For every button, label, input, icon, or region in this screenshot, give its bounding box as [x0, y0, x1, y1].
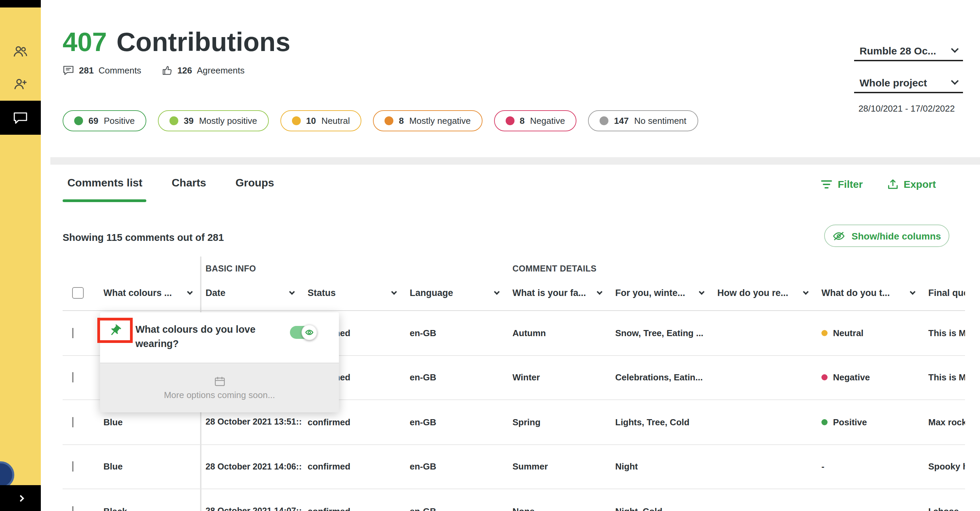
chevron-right-icon	[17, 495, 24, 501]
sentiment-value: Negative	[833, 373, 870, 383]
pin-column-button[interactable]	[108, 323, 122, 337]
sentiment-dot-icon	[821, 330, 827, 336]
pill-no-sentiment[interactable]: 147 No sentiment	[588, 110, 698, 131]
toggle-knob	[301, 325, 317, 340]
cell-final: Spooky h	[928, 462, 965, 472]
column-label: For you, winte...	[615, 288, 685, 298]
header-stats: 281 Comments 126 Agreements	[63, 65, 245, 75]
row-checkbox[interactable]	[72, 462, 73, 472]
cell-date: 28 October 2021 14:06::	[205, 462, 308, 471]
column-header-question[interactable]: What colours ...	[103, 288, 205, 298]
cell-language: en-GB	[410, 462, 512, 472]
pill-positive[interactable]: 69 Positive	[63, 110, 146, 131]
group-comment-details: COMMENT DETAILS	[512, 264, 597, 274]
cell-language: en-GB	[410, 417, 512, 427]
pill-mostly-negative[interactable]: 8 Mostly negative	[373, 110, 482, 131]
column-header-language[interactable]: Language	[410, 288, 512, 298]
row-checkbox[interactable]	[72, 328, 73, 338]
show-hide-columns-button[interactable]: Show/hide columns	[824, 224, 950, 247]
sentiment-dot-icon	[169, 116, 178, 125]
column-label: Status	[308, 288, 336, 298]
chevron-down-icon	[187, 289, 193, 295]
comment-icon	[13, 111, 28, 124]
sidebar-item-comments[interactable]	[0, 101, 41, 135]
column-header-date[interactable]: Date	[205, 288, 308, 298]
sentiment-dot-icon	[821, 374, 827, 381]
project-selector-value: Rumble 28 Oc...	[859, 45, 936, 56]
cell-winter: Night	[615, 462, 717, 472]
table-row[interactable]: Blue 28 October 2021 14:06:: confirmed e…	[63, 445, 965, 489]
chevron-down-icon	[597, 289, 603, 295]
popover-header: What colours do you love wearing?	[100, 312, 339, 363]
column-options-popover: What colours do you love wearing? More o…	[100, 312, 339, 412]
export-button[interactable]: Export	[887, 178, 936, 190]
sentiment-dot-icon	[292, 116, 301, 125]
column-label: What do you t...	[821, 288, 890, 298]
column-header-favourite[interactable]: What is your fa...	[512, 288, 615, 298]
table-toolbar: Filter Export	[821, 178, 936, 190]
pill-count: 147	[614, 116, 628, 126]
select-all-checkbox[interactable]	[72, 287, 84, 299]
cell-question: Blue	[103, 417, 205, 427]
pill-label: Positive	[104, 116, 135, 126]
contributions-count: 407	[63, 27, 107, 57]
cell-final: I chose	[928, 506, 965, 511]
cell-final: Max rocks	[928, 417, 965, 427]
column-visibility-toggle[interactable]	[290, 326, 316, 339]
sidebar-item-users[interactable]	[0, 36, 41, 67]
sidebar-top-strip	[0, 0, 41, 8]
cell-status: confirmed	[308, 417, 410, 427]
pill-mostly-positive[interactable]: 39 Mostly positive	[158, 110, 269, 131]
eye-icon	[305, 329, 314, 336]
project-selector[interactable]: Rumble 28 Oc...	[854, 41, 963, 61]
table-row[interactable]: Black 28 October 2021 14:07:: confirmed …	[63, 489, 965, 511]
chevron-down-icon	[289, 289, 295, 295]
cell-winter: Lights, Tree, Cold	[615, 417, 717, 427]
tab-groups[interactable]: Groups	[235, 177, 274, 189]
agreements-label: Agreements	[197, 65, 245, 75]
tab-bar: Comments list Charts Groups	[67, 177, 274, 189]
logo-badge[interactable]	[0, 461, 14, 489]
filter-button[interactable]: Filter	[821, 178, 862, 190]
chevron-down-icon	[951, 77, 959, 85]
column-header-status[interactable]: Status	[308, 288, 410, 298]
row-checkbox[interactable]	[72, 417, 73, 427]
row-checkbox[interactable]	[72, 373, 73, 383]
sentiment-dot-icon	[505, 116, 514, 125]
pill-count: 10	[306, 116, 316, 126]
pill-count: 8	[520, 116, 524, 126]
tab-charts[interactable]: Charts	[172, 177, 206, 189]
sentiment-value: Positive	[833, 417, 867, 427]
cell-favourite: Winter	[512, 373, 615, 383]
column-header-final[interactable]: Final que...	[928, 288, 965, 298]
section-divider	[50, 157, 980, 165]
cell-language: en-GB	[410, 373, 512, 383]
comment-lines-icon	[63, 65, 74, 75]
agreements-count: 126	[177, 65, 192, 75]
cell-winter: Celebrations, Eatin...	[615, 373, 717, 383]
column-label: Language	[410, 288, 453, 298]
row-checkbox[interactable]	[72, 506, 73, 511]
users-icon	[13, 46, 28, 58]
sidebar-item-add-person[interactable]	[0, 69, 41, 100]
select-all-cell	[63, 287, 103, 299]
scope-selector[interactable]: Whole project	[854, 73, 963, 93]
column-header-think[interactable]: What do you t...	[821, 288, 928, 298]
filter-label: Filter	[838, 178, 862, 190]
tab-comments-list[interactable]: Comments list	[67, 177, 143, 189]
scope-selector-value: Whole project	[859, 76, 927, 88]
cell-winter: Snow, Tree, Eating ...	[615, 328, 717, 338]
cell-favourite: None	[512, 506, 615, 511]
sidebar-expand-button[interactable]	[0, 485, 41, 511]
eye-off-icon	[833, 230, 846, 241]
column-header-how[interactable]: How do you re...	[717, 288, 821, 298]
pill-neutral[interactable]: 10 Neutral	[280, 110, 361, 131]
pill-label: Mostly negative	[409, 116, 471, 126]
pill-count: 69	[89, 116, 98, 126]
comments-count: 281	[79, 65, 94, 75]
chevron-down-icon	[951, 45, 959, 53]
column-header-winter[interactable]: For you, winte...	[615, 288, 717, 298]
cell-favourite: Autumn	[512, 328, 615, 338]
cell-favourite: Summer	[512, 462, 615, 472]
pill-negative[interactable]: 8 Negative	[494, 110, 576, 131]
